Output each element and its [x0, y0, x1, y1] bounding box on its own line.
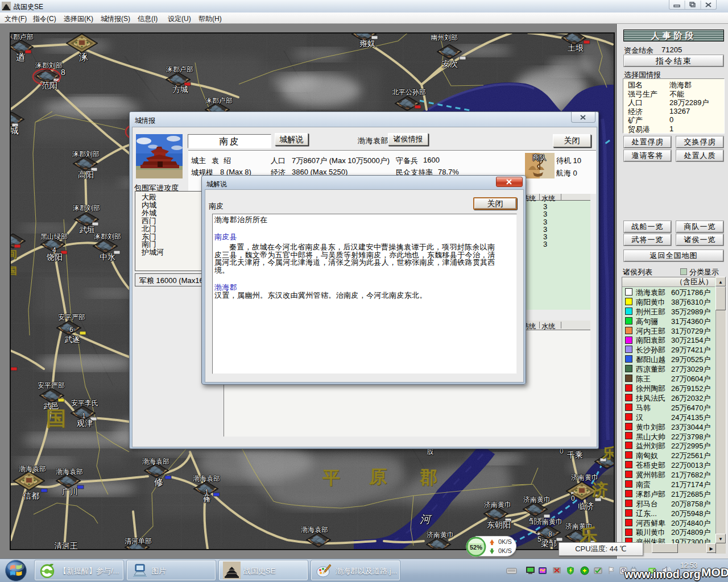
svg-text:52%: 52%	[470, 544, 482, 551]
